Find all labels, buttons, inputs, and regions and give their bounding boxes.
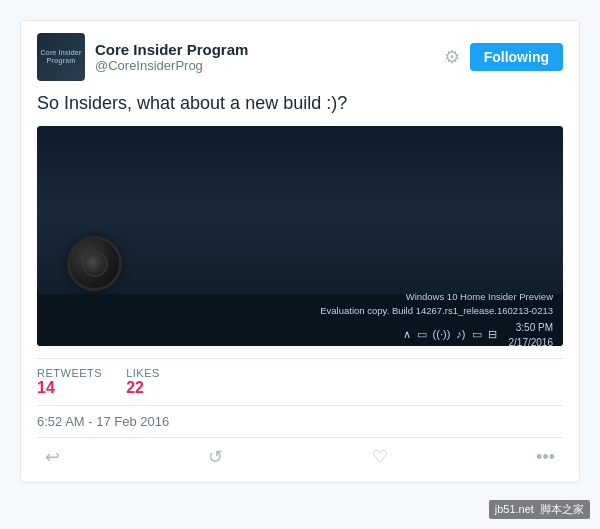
media-background: Windows 10 Home Insider Preview Evaluati…	[37, 126, 563, 346]
media-lens	[67, 236, 122, 291]
watermark-text2: 脚本之家	[540, 503, 584, 515]
taskbar-build-line2: Evaluation copy. Build 14267.rs1_release…	[320, 304, 553, 318]
avatar[interactable]: Core Insider Program	[37, 33, 85, 81]
likes-value: 22	[126, 379, 160, 397]
watermark: jb51.net 脚本之家	[489, 500, 590, 519]
taskbar-layout-icon: ⊟	[488, 328, 497, 341]
media-taskbar: Windows 10 Home Insider Preview Evaluati…	[37, 294, 563, 346]
taskbar-date: 2/17/2016	[509, 335, 554, 346]
taskbar-wifi-icon: ((·))	[433, 328, 451, 340]
more-button[interactable]: •••	[528, 442, 563, 472]
tweet-media[interactable]: Windows 10 Home Insider Preview Evaluati…	[37, 126, 563, 346]
reply-icon: ↩	[45, 446, 60, 468]
tweet-header-left: Core Insider Program Core Insider Progra…	[37, 33, 248, 81]
account-name: Core Insider Program	[95, 41, 248, 58]
taskbar-clock: 3:50 PM 2/17/2016	[509, 320, 554, 346]
tweet-header-right: ⚙ Following	[444, 43, 563, 71]
taskbar-info: Windows 10 Home Insider Preview Evaluati…	[300, 290, 553, 346]
gear-icon[interactable]: ⚙	[444, 46, 460, 68]
like-icon: ♡	[372, 446, 388, 468]
account-info: Core Insider Program @CoreInsiderProg	[95, 41, 248, 73]
account-handle: @CoreInsiderProg	[95, 58, 248, 73]
taskbar-arrow-icon: ∧	[403, 328, 411, 341]
retweets-label: RETWEETS	[37, 367, 102, 379]
tweet-stats: RETWEETS 14 LIKES 22	[37, 358, 563, 406]
tweet-card: Core Insider Program Core Insider Progra…	[20, 20, 580, 483]
taskbar-time: 3:50 PM	[509, 320, 554, 335]
likes-label: LIKES	[126, 367, 160, 379]
reply-button[interactable]: ↩	[37, 442, 68, 472]
tweet-timestamp: 6:52 AM - 17 Feb 2016	[37, 414, 563, 429]
avatar-inner: Core Insider Program	[37, 33, 85, 81]
like-button[interactable]: ♡	[364, 442, 396, 472]
retweet-button[interactable]: ↺	[200, 442, 231, 472]
retweet-icon: ↺	[208, 446, 223, 468]
tweet-text: So Insiders, what about a new build :)?	[37, 91, 563, 116]
follow-button[interactable]: Following	[470, 43, 563, 71]
tweet-actions: ↩ ↺ ♡ •••	[37, 437, 563, 472]
retweets-stat: RETWEETS 14	[37, 367, 102, 397]
likes-stat: LIKES 22	[126, 367, 160, 397]
taskbar-build-line1: Windows 10 Home Insider Preview	[406, 290, 553, 304]
tweet-header: Core Insider Program Core Insider Progra…	[37, 33, 563, 81]
taskbar-icons: ∧ ▭ ((·)) ♪) ▭ ⊟	[403, 328, 497, 341]
taskbar-volume-icon: ♪)	[456, 328, 465, 340]
more-icon: •••	[536, 447, 555, 468]
retweets-value: 14	[37, 379, 102, 397]
watermark-text1: jb51.net	[495, 503, 534, 515]
taskbar-chat-icon: ▭	[472, 328, 482, 341]
taskbar-battery-icon: ▭	[417, 328, 427, 341]
avatar-text: Core Insider Program	[37, 47, 85, 68]
